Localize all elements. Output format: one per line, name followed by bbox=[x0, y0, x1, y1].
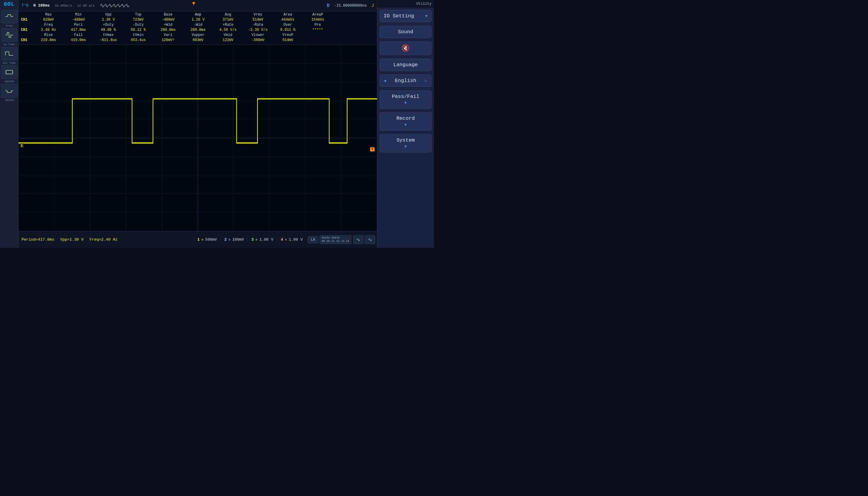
wave-btn-1[interactable]: ∿ bbox=[353, 235, 364, 244]
meas-h-over: Over bbox=[273, 23, 303, 27]
oscilloscope-display: 1 T bbox=[18, 45, 377, 231]
meas-v-areap: 154mVs bbox=[303, 17, 333, 23]
meas-v-fall: 419.0ms bbox=[63, 37, 93, 43]
utility-label: Utility bbox=[416, 2, 431, 6]
meas-v-vari: 126mV² bbox=[153, 37, 183, 43]
meas-v-peri: 417.0ms bbox=[63, 27, 93, 33]
wave-buttons: ∿ ∿ bbox=[351, 235, 377, 244]
meas-h-tvmax: tVmax bbox=[93, 33, 123, 37]
ch1-scale[interactable]: 1 ≡ 500mV bbox=[193, 237, 220, 242]
meas-h-peri: Peri bbox=[63, 23, 93, 27]
meas-v-min: -480mV bbox=[63, 17, 93, 23]
english-arrow-right: ▶ bbox=[425, 78, 428, 83]
ch4-scale[interactable]: 4 ≡ 1.00 V bbox=[277, 237, 306, 242]
language-label: Language bbox=[393, 62, 418, 68]
sidebar-btn-5[interactable] bbox=[1, 84, 17, 97]
meas-v-vrms: 514mV bbox=[243, 17, 273, 23]
meas-h-areap: AreaP bbox=[303, 13, 333, 17]
meas-v-vmid: 122mV bbox=[213, 37, 243, 43]
meas-header-row-1: Max Min Vpp Top Base Amp Avg Vrms Area A… bbox=[21, 13, 375, 17]
passfail-label: Pass/Fail bbox=[392, 94, 420, 99]
meas-v-area: 444mVs bbox=[273, 17, 303, 23]
meas-v-nwid: 209.0ms bbox=[183, 27, 213, 33]
main-area: T'D H 100ms 10.0MSa/s 12.0M pts ∿∿∿∿∿∿∿ … bbox=[18, 0, 377, 248]
sidebar-btn-4[interactable] bbox=[1, 65, 17, 79]
width-label: +Width bbox=[4, 80, 14, 83]
ch2-scale[interactable]: 2 ≡ 100mV bbox=[221, 237, 248, 242]
system-button[interactable]: System ▼ bbox=[380, 134, 431, 152]
meas-v-base: -480mV bbox=[153, 17, 183, 23]
meas-val-row-2: CH1 2.40 Hz 417.0ms 49.88 % 50.12 % 208.… bbox=[21, 27, 375, 33]
meas-v-pwid: 208.0ms bbox=[153, 27, 183, 33]
ch2-num: 2 bbox=[224, 237, 227, 242]
measurements-table: Max Min Vpp Top Base Amp Avg Vrms Area A… bbox=[18, 11, 377, 45]
meas-h-nrate: -Rate bbox=[243, 23, 273, 27]
io-arrow-down: ▼ bbox=[425, 14, 428, 18]
wave-btn-2[interactable]: ∿ bbox=[365, 235, 375, 244]
sidebar-btn-2[interactable] bbox=[1, 28, 17, 42]
meas-v-prate: 4.58 V/s bbox=[213, 27, 243, 33]
rise-time-label: se Time bbox=[4, 43, 15, 46]
ch2-scale-val: 100mV bbox=[232, 237, 244, 242]
meas-h-base: Base bbox=[153, 13, 183, 17]
sample-rate: 10.0MSa/s bbox=[54, 4, 72, 7]
ch3-num: 3 bbox=[251, 237, 254, 242]
ch1-num: 1 bbox=[197, 237, 200, 242]
sound-button[interactable]: Sound bbox=[380, 26, 431, 38]
meas-h-vrms: Vrms bbox=[243, 13, 273, 17]
meas-v-freq: 2.40 Hz bbox=[33, 27, 63, 33]
freq-label: Freq bbox=[6, 25, 13, 28]
io-setting-button[interactable]: IO Setting ▼ bbox=[380, 10, 431, 22]
meas-h-pre: Pre bbox=[303, 23, 333, 27]
all-time-label: all Time bbox=[3, 62, 16, 65]
meas-h-fall: Fall bbox=[63, 33, 93, 37]
period-info: Period=417.0ms Vpp=1.30 V Freq=2.40 Hz bbox=[18, 237, 193, 242]
meas-h-vrmsp: VrmsP bbox=[273, 33, 303, 37]
ch3-line-indicator: ≡ bbox=[255, 238, 258, 242]
mute-button[interactable]: 🔇 bbox=[380, 42, 431, 55]
sidebar-btn-1[interactable] bbox=[1, 10, 17, 23]
record-button[interactable]: Record ▼ bbox=[380, 112, 431, 130]
meas-v-nrate: -2.30 V/s bbox=[243, 27, 273, 33]
meas-ch1-label-3: CH1 bbox=[21, 37, 33, 43]
passfail-button[interactable]: Pass/Fail ▼ bbox=[380, 90, 431, 109]
meas-v-tvmax: -611.8us bbox=[93, 37, 123, 43]
vpp-value: Vpp=1.30 V bbox=[60, 237, 83, 242]
meas-v-rise: 210.0ms bbox=[33, 37, 63, 43]
system-label: System bbox=[396, 137, 415, 143]
meas-h-area: Area bbox=[273, 13, 303, 17]
freq-value: Freq=2.40 Hz bbox=[90, 237, 117, 242]
meas-header-row-2: Freq Peri +Duty -Duty +Wid -Wid +Rate -R… bbox=[21, 23, 375, 27]
meas-val-row-1: CH1 820mV -480mV 1.30 V 723mV -480mV 1.2… bbox=[21, 17, 375, 23]
t-trigger-marker: T bbox=[370, 147, 375, 152]
language-button[interactable]: Language bbox=[380, 59, 431, 71]
left-sidebar: GOL Freq se Time all Time +Width bbox=[0, 0, 18, 248]
ch3-scale-val: 1.00 V bbox=[259, 237, 273, 242]
meas-val-row-3: CH1 210.0ms 419.0ms -611.8us 453.4us 126… bbox=[21, 37, 375, 43]
meas-v-nduty: 50.12 % bbox=[123, 27, 153, 33]
meas-v-vlower: -360mV bbox=[243, 37, 273, 43]
meas-v-amp: 1.20 V bbox=[183, 17, 213, 23]
meas-ch1-label-2: CH1 bbox=[21, 27, 33, 33]
sidebar-btn-3[interactable] bbox=[1, 47, 17, 60]
la-button[interactable]: LA bbox=[307, 236, 318, 243]
meas-h-avg: Avg bbox=[213, 13, 243, 17]
neg-width-label: -Width bbox=[4, 99, 14, 102]
ch3-scale[interactable]: 3 ≡ 1.00 V bbox=[248, 237, 277, 242]
squiggle-indicator: ∿∿∿∿∿∿∿ bbox=[100, 2, 129, 9]
pts: 12.0M pts bbox=[77, 4, 95, 7]
ch1-scale-val: 500mV bbox=[205, 237, 217, 242]
ch4-scale-val: 1.00 V bbox=[289, 237, 303, 242]
ch4-line-indicator: ≡ bbox=[285, 238, 287, 242]
english-arrow-left: ◀ bbox=[383, 78, 386, 83]
mute-icon: 🔇 bbox=[401, 45, 410, 52]
meas-h-nduty: -Duty bbox=[123, 23, 153, 27]
digit-display: 01234 45678 89 10 11 12 13 14 bbox=[319, 235, 351, 244]
meas-v-pduty: 49.88 % bbox=[93, 27, 123, 33]
english-button[interactable]: ◀ English ▶ bbox=[380, 75, 431, 87]
sound-label: Sound bbox=[398, 29, 413, 35]
ch1-line-indicator: ≡ bbox=[201, 238, 203, 242]
svg-rect-9 bbox=[6, 70, 13, 74]
meas-h-prate: +Rate bbox=[213, 23, 243, 27]
meas-header-row-3: Rise Fall tVmax tVmin Vari Vupper Vmid V… bbox=[21, 33, 375, 37]
